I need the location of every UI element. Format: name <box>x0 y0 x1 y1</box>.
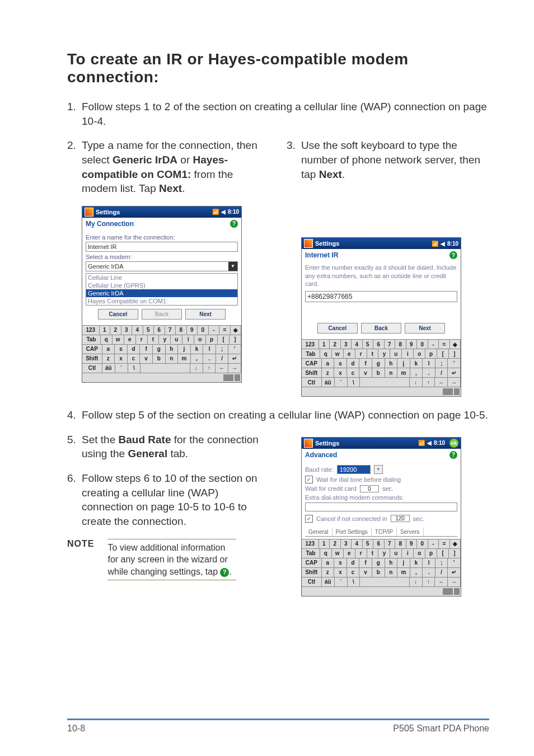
key[interactable]: i <box>402 349 414 359</box>
key[interactable]: 9 <box>406 340 418 349</box>
list-item[interactable]: Hayes Compatible on COM1: <box>86 297 237 305</box>
key[interactable]: - <box>428 539 439 549</box>
key[interactable]: [ <box>437 549 449 558</box>
key[interactable]: a <box>322 359 335 368</box>
key[interactable]: ` <box>335 577 348 587</box>
key[interactable]: ◆ <box>450 539 461 549</box>
key[interactable]: ; <box>435 558 448 568</box>
key[interactable]: g <box>153 345 166 354</box>
key[interactable]: ] <box>449 549 461 558</box>
key[interactable]: áü <box>322 378 335 387</box>
key[interactable]: k <box>410 558 423 568</box>
key[interactable]: b <box>372 568 385 577</box>
key[interactable]: Ctl <box>302 378 322 387</box>
key[interactable]: ` <box>335 378 348 387</box>
key[interactable]: j <box>178 345 191 354</box>
key[interactable]: 4 <box>352 340 363 349</box>
key[interactable]: k <box>191 345 204 354</box>
key[interactable]: 3 <box>341 539 352 549</box>
key[interactable]: d <box>128 345 140 354</box>
key[interactable]: Shift <box>302 568 322 577</box>
key[interactable]: f <box>359 359 372 368</box>
key[interactable]: CAP <box>302 359 322 368</box>
key[interactable]: q <box>320 349 332 359</box>
arrow-right-icon[interactable]: → <box>448 577 461 587</box>
key[interactable]: o <box>414 349 425 359</box>
key[interactable]: . <box>203 354 216 364</box>
soft-keyboard[interactable]: 1231234567890-=◆ Tabqwertyuiop[] CAPasdf… <box>302 539 461 596</box>
key[interactable]: 8 <box>176 326 187 335</box>
key[interactable]: h <box>385 359 398 368</box>
tab-servers[interactable]: Servers <box>397 528 423 536</box>
key[interactable]: 4 <box>352 539 363 549</box>
keyboard-toggle-icon[interactable] <box>223 374 233 381</box>
key[interactable]: f <box>359 558 372 568</box>
key[interactable]: o <box>194 335 206 345</box>
key[interactable]: 7 <box>165 326 176 335</box>
key[interactable]: / <box>435 568 448 577</box>
key[interactable]: x <box>334 368 347 378</box>
key[interactable]: n <box>385 368 398 378</box>
arrow-left-icon[interactable]: ← <box>216 364 228 373</box>
key[interactable]: m <box>178 354 191 364</box>
soft-keyboard[interactable]: 1231234567890-=◆ Tabqwertyuiop[] CAPasdf… <box>82 325 241 382</box>
key[interactable]: 123 <box>302 340 319 349</box>
modem-list[interactable]: Cellular Line Cellular Line (GPRS) Gener… <box>86 273 238 306</box>
key[interactable]: s <box>334 359 347 368</box>
tab-general[interactable]: General <box>305 528 332 536</box>
key[interactable]: - <box>209 326 220 335</box>
key[interactable]: c <box>347 368 360 378</box>
enter-key-icon[interactable]: ↵ <box>448 368 461 378</box>
key[interactable]: Ctl <box>82 364 102 373</box>
key[interactable]: \ <box>348 577 360 587</box>
start-flag-icon[interactable] <box>304 439 313 448</box>
key[interactable]: ; <box>216 345 229 354</box>
key[interactable]: w <box>332 549 344 558</box>
cancel-button[interactable]: Cancel <box>98 309 138 320</box>
help-icon[interactable]: ? <box>449 451 457 459</box>
arrow-left-icon[interactable]: ← <box>435 378 448 387</box>
key[interactable]: c <box>128 354 140 364</box>
key[interactable]: / <box>435 368 448 378</box>
keyboard-toggle-icon[interactable] <box>443 388 453 395</box>
key[interactable]: = <box>439 340 450 349</box>
space-key[interactable] <box>140 364 190 373</box>
key[interactable]: 5 <box>363 340 374 349</box>
key[interactable]: g <box>372 359 385 368</box>
key[interactable]: s <box>115 345 128 354</box>
key[interactable]: , <box>410 368 423 378</box>
key[interactable]: c <box>347 568 360 577</box>
key[interactable]: 5 <box>143 326 154 335</box>
arrow-down-icon[interactable]: ↓ <box>410 378 423 387</box>
cancel-checkbox[interactable]: ✓ <box>305 515 313 523</box>
key[interactable]: s <box>334 558 347 568</box>
arrow-left-icon[interactable]: ← <box>435 577 448 587</box>
key[interactable]: , <box>410 568 423 577</box>
key[interactable]: m <box>397 368 410 378</box>
key[interactable]: p <box>425 349 437 359</box>
key[interactable]: v <box>140 354 153 364</box>
key[interactable]: = <box>219 326 231 335</box>
key[interactable]: ' <box>448 359 461 368</box>
key[interactable]: z <box>102 354 115 364</box>
key[interactable]: q <box>101 335 113 345</box>
cancel-button[interactable]: Cancel <box>317 323 358 334</box>
key[interactable]: Shift <box>82 354 102 364</box>
key[interactable]: u <box>390 549 402 558</box>
key[interactable]: Shift <box>302 368 322 378</box>
key[interactable]: ; <box>435 359 448 368</box>
key[interactable]: 8 <box>395 539 406 549</box>
key[interactable]: y <box>159 335 171 345</box>
key[interactable]: \ <box>348 378 360 387</box>
key[interactable]: . <box>423 368 435 378</box>
key[interactable]: 7 <box>385 539 396 549</box>
arrow-right-icon[interactable]: → <box>228 364 241 373</box>
key[interactable]: 123 <box>302 539 319 549</box>
key[interactable]: 0 <box>417 340 428 349</box>
key[interactable]: n <box>385 568 398 577</box>
chevron-down-icon[interactable]: ▼ <box>374 465 383 474</box>
phone-number-input[interactable]: +88629877665 <box>305 291 457 302</box>
enter-key-icon[interactable]: ↵ <box>228 354 241 364</box>
key[interactable]: t <box>367 549 379 558</box>
key[interactable]: e <box>124 335 136 345</box>
